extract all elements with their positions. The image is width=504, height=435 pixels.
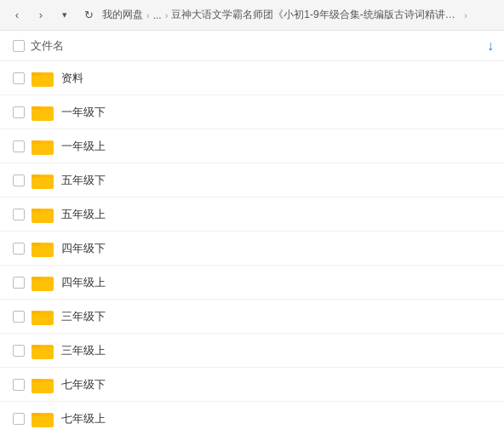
file-row[interactable]: 一年级上 [0,129,504,163]
checkbox-8[interactable] [13,345,25,357]
breadcrumb-sep-2: › [165,10,169,20]
column-name-label: 文件名 [31,38,487,54]
checkbox-9[interactable] [13,379,25,391]
file-row[interactable]: 一年级下 [0,95,504,129]
breadcrumb-sep-1: › [146,10,150,20]
row-checkbox-4[interactable] [7,209,31,220]
select-all-checkbox[interactable] [13,40,25,52]
forward-button[interactable]: › [31,5,51,26]
file-name: 一年级下 [61,105,497,120]
folder-icon [31,203,54,226]
file-name: 七年级下 [61,377,497,392]
folder-icon [31,135,54,158]
file-name: 七年级上 [61,411,497,426]
folder-icon [31,373,54,397]
file-row[interactable]: 四年级上 [0,266,504,300]
back-button[interactable]: ‹ [7,5,27,26]
file-name: 四年级上 [61,275,497,290]
file-name: 一年级上 [61,139,497,154]
file-row[interactable]: 四年级下 [0,232,504,266]
file-name: 三年级上 [61,343,497,358]
file-row[interactable]: 五年级下 [0,163,504,197]
breadcrumb-home[interactable]: 我的网盘 [102,8,143,22]
folder-icon [31,407,54,431]
row-checkbox-0[interactable] [7,72,31,84]
file-name: 五年级下 [61,173,497,188]
checkbox-10[interactable] [13,413,25,425]
checkbox-2[interactable] [13,140,25,152]
folder-icon [31,100,54,124]
folder-icon [31,237,54,260]
dropdown-button[interactable]: ▾ [54,5,75,26]
file-name: 三年级下 [61,309,497,324]
header-checkbox[interactable] [7,40,31,52]
breadcrumb-current[interactable]: 豆神大语文学霸名师团《小初1-9年级合集-统编版古诗词精讲》() [171,8,461,22]
row-checkbox-7[interactable] [7,311,31,323]
row-checkbox-3[interactable] [7,175,31,186]
breadcrumb: 我的网盘 › ... › 豆神大语文学霸名师团《小初1-9年级合集-统编版古诗词… [102,8,497,22]
row-checkbox-6[interactable] [7,277,31,289]
file-row[interactable]: 资料 [0,61,504,95]
row-checkbox-10[interactable] [7,413,31,425]
file-name: 四年级下 [61,241,497,256]
checkbox-7[interactable] [13,311,25,323]
file-row[interactable]: 五年级上 [0,197,504,232]
list-header: 文件名 ↓ [0,31,504,61]
row-checkbox-1[interactable] [7,106,31,118]
file-rows: 资料 一年级下 一年级上 [0,61,504,435]
row-checkbox-8[interactable] [7,345,31,357]
row-checkbox-9[interactable] [7,379,31,391]
breadcrumb-ellipsis[interactable]: ... [153,9,162,21]
checkbox-4[interactable] [13,209,25,220]
nav-bar: ‹ › ▾ ↻ 我的网盘 › ... › 豆神大语文学霸名师团《小初1-9年级合… [0,0,504,31]
file-name: 资料 [61,71,497,86]
file-row[interactable]: 三年级上 [0,334,504,368]
file-name: 五年级上 [61,207,497,222]
refresh-button[interactable]: ↻ [78,5,99,26]
row-checkbox-5[interactable] [7,243,31,255]
checkbox-3[interactable] [13,175,25,186]
breadcrumb-sep-3: › [464,10,467,20]
checkbox-1[interactable] [13,106,25,118]
file-row[interactable]: 七年级下 [0,368,504,402]
sort-icon[interactable]: ↓ [487,38,494,54]
file-list-container: 文件名 ↓ 资料 一年级下 [0,31,504,435]
folder-icon [31,66,54,90]
row-checkbox-2[interactable] [7,140,31,152]
checkbox-6[interactable] [13,277,25,289]
folder-icon [31,271,54,295]
folder-icon [31,339,54,363]
folder-icon [31,169,54,192]
checkbox-0[interactable] [13,72,25,84]
checkbox-5[interactable] [13,243,25,255]
file-row[interactable]: 三年级下 [0,300,504,334]
folder-icon [31,305,54,329]
file-row[interactable]: 七年级上 [0,402,504,435]
